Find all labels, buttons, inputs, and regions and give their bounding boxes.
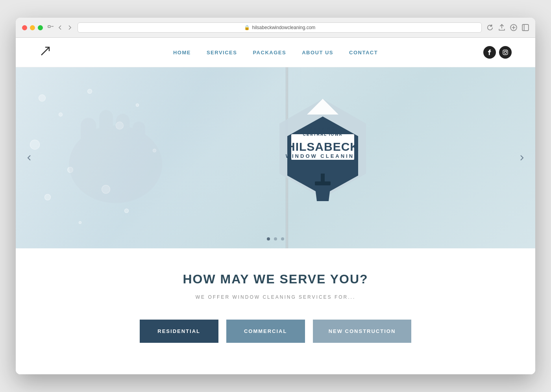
- hero-logo: SERVING CENTRAL IOWA HILSABECK WINDOW CL…: [264, 95, 382, 221]
- navigation: HOME SERVICES PACKAGES ABOUT US CONTACT: [16, 38, 535, 67]
- hero-slider: SERVING CENTRAL IOWA HILSABECK WINDOW CL…: [16, 67, 535, 248]
- tab-icon: [48, 24, 54, 31]
- carousel-prev-button[interactable]: [22, 151, 36, 165]
- hero-hand-area: [16, 67, 301, 248]
- facebook-icon[interactable]: [483, 46, 496, 59]
- svg-rect-14: [116, 114, 130, 164]
- svg-rect-12: [81, 118, 96, 168]
- slide-dot-2[interactable]: [274, 237, 277, 240]
- svg-text:HILSABECK: HILSABECK: [287, 140, 359, 153]
- svg-point-9: [504, 51, 507, 54]
- close-button[interactable]: [22, 25, 27, 30]
- svg-rect-15: [133, 122, 145, 164]
- svg-text:SERVING: SERVING: [310, 127, 336, 131]
- url-text: hilsabeckwindowcleaning.com: [252, 25, 316, 30]
- sidebar-icon[interactable]: [522, 24, 529, 31]
- hand-silhouette: [30, 94, 202, 230]
- svg-text:CENTRAL IOWA: CENTRAL IOWA: [303, 132, 342, 137]
- nav-services[interactable]: SERVICES: [207, 50, 237, 55]
- svg-text:WINDOW CLEANING: WINDOW CLEANING: [286, 153, 360, 159]
- address-bar[interactable]: 🔒 hilsabeckwindowcleaning.com: [78, 22, 482, 33]
- nav-logo: [39, 45, 51, 59]
- add-tab-icon[interactable]: [510, 24, 517, 31]
- nav-social: [483, 46, 512, 59]
- residential-button[interactable]: RESIDENTIAL: [140, 320, 218, 343]
- refresh-icon[interactable]: [486, 24, 494, 31]
- back-arrow-icon[interactable]: [57, 24, 63, 31]
- svg-rect-8: [503, 50, 508, 55]
- traffic-lights: [22, 25, 43, 30]
- browser-controls: [48, 24, 73, 31]
- commercial-button[interactable]: COMMERCIAL: [226, 320, 305, 343]
- slide-dot-1[interactable]: [267, 237, 270, 240]
- serve-section: HOW MAY WE SERVE YOU? WE OFFER WINDOW CL…: [16, 248, 535, 374]
- serve-subtitle: WE OFFER WINDOW CLEANING SERVICES FOR...: [31, 294, 520, 300]
- browser-window: 🔒 hilsabeckwindowcleaning.com: [16, 18, 535, 374]
- nav-home[interactable]: HOME: [173, 50, 191, 55]
- svg-rect-20: [321, 174, 325, 183]
- nav-about[interactable]: ABOUT US: [302, 50, 333, 55]
- logo-icon: [39, 45, 51, 57]
- svg-point-10: [507, 51, 507, 52]
- svg-rect-0: [48, 26, 50, 28]
- bubble: [87, 89, 92, 94]
- hex-logo-svg: SERVING CENTRAL IOWA HILSABECK WINDOW CL…: [264, 95, 382, 221]
- svg-rect-5: [522, 24, 529, 31]
- lock-icon: 🔒: [244, 25, 250, 30]
- maximize-button[interactable]: [38, 25, 43, 30]
- website-content: HOME SERVICES PACKAGES ABOUT US CONTACT: [16, 38, 535, 374]
- minimize-button[interactable]: [30, 25, 35, 30]
- nav-contact[interactable]: CONTACT: [349, 50, 378, 55]
- serve-title: HOW MAY WE SERVE YOU?: [31, 272, 520, 287]
- instagram-icon[interactable]: [499, 46, 512, 59]
- service-buttons: RESIDENTIAL COMMERCIAL NEW CONSTRUCTION: [31, 320, 520, 343]
- carousel-next-button[interactable]: [515, 151, 529, 165]
- svg-line-7: [41, 47, 49, 55]
- nav-links: HOME SERVICES PACKAGES ABOUT US CONTACT: [173, 50, 378, 55]
- new-construction-button[interactable]: NEW CONSTRUCTION: [313, 320, 412, 343]
- slide-indicators: [267, 237, 284, 240]
- share-icon[interactable]: [498, 24, 505, 31]
- browser-chrome: 🔒 hilsabeckwindowcleaning.com: [16, 18, 535, 38]
- forward-arrow-icon[interactable]: [67, 24, 73, 31]
- nav-packages[interactable]: PACKAGES: [253, 50, 286, 55]
- browser-actions: [486, 24, 529, 31]
- svg-rect-13: [100, 110, 113, 164]
- slide-dot-3[interactable]: [281, 237, 284, 240]
